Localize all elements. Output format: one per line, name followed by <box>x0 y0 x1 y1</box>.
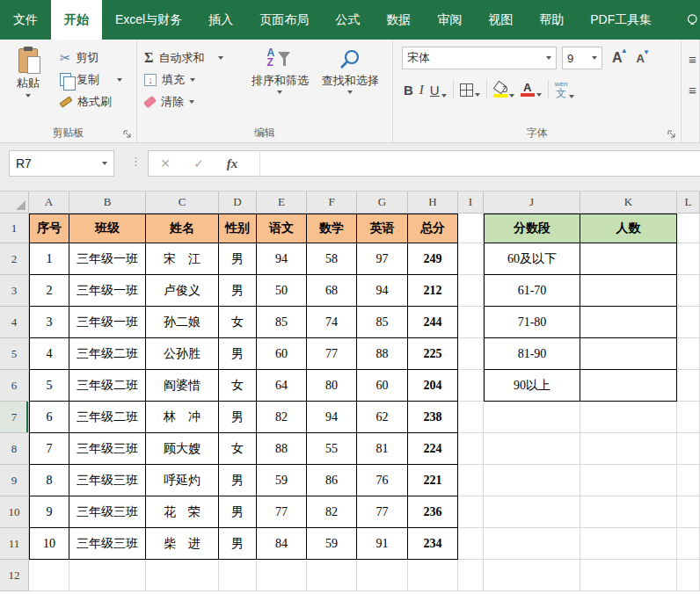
cell-C1[interactable]: 姓名 <box>146 214 219 243</box>
cell-J9[interactable] <box>484 465 580 496</box>
cell-D4[interactable]: 女 <box>219 307 257 338</box>
cell-F4[interactable]: 74 <box>307 307 357 338</box>
cell-F12[interactable] <box>307 560 357 591</box>
cell-H3[interactable]: 212 <box>408 275 458 307</box>
row-header-8[interactable]: 8 <box>0 433 29 465</box>
cell-I6[interactable] <box>458 370 484 402</box>
cell-A8[interactable]: 7 <box>29 433 69 465</box>
cell-I9[interactable] <box>458 465 484 496</box>
cell-J1[interactable]: 分数段 <box>484 214 580 243</box>
font-name-select[interactable]: 宋体 <box>402 47 557 69</box>
cell-I11[interactable] <box>458 528 484 560</box>
cell-B6[interactable]: 三年级二班 <box>69 370 146 402</box>
cell-L3[interactable] <box>677 275 700 307</box>
cell-G11[interactable]: 91 <box>357 528 408 560</box>
cell-E11[interactable]: 84 <box>257 528 307 560</box>
copy-button[interactable]: 复制 <box>60 69 122 91</box>
column-header-D[interactable]: D <box>219 192 257 214</box>
cell-K2[interactable] <box>580 243 677 275</box>
cell-J10[interactable] <box>484 496 580 528</box>
cell-C12[interactable] <box>146 560 219 591</box>
cell-E12[interactable] <box>257 560 307 591</box>
cell-D6[interactable]: 女 <box>219 370 257 402</box>
cell-A11[interactable]: 10 <box>29 528 69 560</box>
column-header-C[interactable]: C <box>146 192 219 214</box>
cell-G6[interactable]: 60 <box>357 370 408 402</box>
menu-tab-4[interactable]: 页面布局 <box>246 0 322 40</box>
cell-E1[interactable]: 语文 <box>257 214 307 243</box>
cell-J8[interactable] <box>484 433 580 465</box>
cell-J5[interactable]: 81-90 <box>484 338 580 370</box>
cell-B2[interactable]: 三年级一班 <box>69 243 146 275</box>
cell-B10[interactable]: 三年级三班 <box>69 496 146 528</box>
cell-D11[interactable]: 男 <box>219 528 257 560</box>
format-painter-button[interactable]: 格式刷 <box>60 91 122 112</box>
cell-A10[interactable]: 9 <box>29 496 69 528</box>
column-header-F[interactable]: F <box>307 192 357 214</box>
cell-F6[interactable]: 80 <box>307 370 357 402</box>
cell-B5[interactable]: 三年级二班 <box>69 338 146 370</box>
column-header-A[interactable]: A <box>29 192 69 214</box>
cell-E7[interactable]: 82 <box>257 402 307 433</box>
cell-B3[interactable]: 三年级一班 <box>69 275 146 307</box>
increase-font-size-button[interactable]: A▲ <box>608 50 627 66</box>
cell-D9[interactable]: 男 <box>219 465 257 496</box>
cell-L11[interactable] <box>677 528 700 560</box>
cell-L9[interactable] <box>677 465 700 496</box>
clear-button[interactable]: 清除 <box>144 91 245 112</box>
cell-B8[interactable]: 三年级三班 <box>69 433 146 465</box>
menu-tab-9[interactable]: 帮助 <box>526 0 577 40</box>
row-header-1[interactable]: 1 <box>0 214 29 243</box>
cell-I3[interactable] <box>458 275 484 307</box>
cell-E10[interactable]: 77 <box>257 496 307 528</box>
cell-I2[interactable] <box>458 243 484 275</box>
cell-B1[interactable]: 班级 <box>69 214 146 243</box>
cell-A9[interactable]: 8 <box>29 465 69 496</box>
cell-K3[interactable] <box>580 275 677 307</box>
row-header-2[interactable]: 2 <box>0 243 29 275</box>
cell-E6[interactable]: 64 <box>257 370 307 402</box>
cell-A1[interactable]: 序号 <box>29 214 69 243</box>
align-middle-icon[interactable]: ≡ <box>689 83 699 98</box>
clear-dropdown-icon[interactable] <box>189 100 194 104</box>
column-header-J[interactable]: J <box>484 192 580 214</box>
cell-B12[interactable] <box>69 560 146 591</box>
cell-C6[interactable]: 阎婆惜 <box>146 370 219 402</box>
cell-B7[interactable]: 三年级二班 <box>69 402 146 433</box>
cell-H6[interactable]: 204 <box>408 370 458 402</box>
cell-J11[interactable] <box>484 528 580 560</box>
cell-B4[interactable]: 三年级一班 <box>69 307 146 338</box>
cell-G9[interactable]: 76 <box>357 465 408 496</box>
fill-button[interactable]: ↓ 填充 <box>144 69 245 91</box>
cell-G2[interactable]: 97 <box>357 243 408 275</box>
fill-color-button[interactable] <box>493 83 514 98</box>
find-select-dropdown-icon[interactable] <box>347 91 353 94</box>
cell-A3[interactable]: 2 <box>29 275 69 307</box>
cell-H12[interactable] <box>408 560 458 591</box>
row-header-6[interactable]: 6 <box>0 370 29 402</box>
cell-A7[interactable]: 6 <box>29 402 69 433</box>
cell-D10[interactable]: 男 <box>219 496 257 528</box>
cell-E2[interactable]: 94 <box>257 243 307 275</box>
font-dialog-launcher[interactable] <box>667 130 676 139</box>
cell-L5[interactable] <box>677 338 700 370</box>
cell-F5[interactable]: 77 <box>307 338 357 370</box>
cell-F2[interactable]: 58 <box>307 243 357 275</box>
sort-filter-dropdown-icon[interactable] <box>277 91 282 94</box>
font-color-dropdown-icon[interactable] <box>536 93 542 97</box>
menu-tab-1[interactable]: 开始 <box>51 0 102 40</box>
cell-H4[interactable]: 244 <box>408 307 458 338</box>
cell-J2[interactable]: 60及以下 <box>484 243 580 275</box>
menu-tab-0[interactable]: 文件 <box>0 0 51 40</box>
cell-I8[interactable] <box>458 433 484 465</box>
menu-tab-7[interactable]: 审阅 <box>424 0 475 40</box>
cell-D3[interactable]: 男 <box>219 275 257 307</box>
cell-I1[interactable] <box>458 214 484 243</box>
cell-L1[interactable] <box>677 214 700 243</box>
menu-tab-8[interactable]: 视图 <box>475 0 526 40</box>
cut-button[interactable]: ✂ 剪切 <box>60 47 122 69</box>
cell-D7[interactable]: 男 <box>219 402 257 433</box>
cell-I5[interactable] <box>458 338 484 370</box>
column-header-I[interactable]: I <box>458 192 484 214</box>
column-header-B[interactable]: B <box>69 192 146 214</box>
